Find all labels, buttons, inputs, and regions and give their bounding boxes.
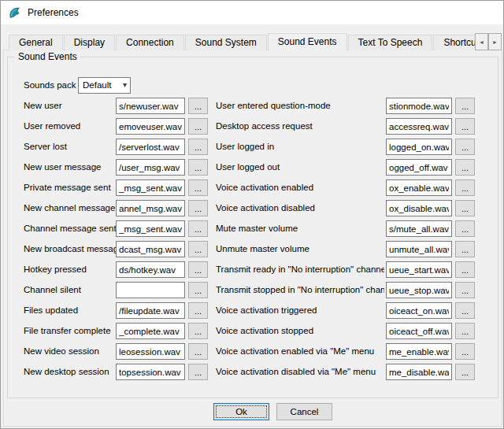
sound-event-label: Hotkey pressed xyxy=(24,261,87,278)
tab-bar: GeneralDisplayConnectionSound SystemSoun… xyxy=(9,33,481,50)
sound-file-input[interactable] xyxy=(116,200,185,216)
browse-button[interactable]: ... xyxy=(188,323,208,339)
browse-button[interactable]: ... xyxy=(455,364,475,380)
tab-text-to-speech[interactable]: Text To Speech xyxy=(348,35,433,50)
sound-event-label: New broadcast message xyxy=(24,241,124,257)
tab-connection[interactable]: Connection xyxy=(116,35,184,50)
tab-scroll-control: ◄ ► xyxy=(475,33,502,50)
sound-file-input[interactable] xyxy=(116,179,185,196)
sound-event-row: Voice activation triggered... xyxy=(8,302,498,319)
sound-file-input[interactable] xyxy=(386,139,452,155)
sound-event-label: Voice activation disabled via "Me" menu xyxy=(216,364,384,380)
sound-events-group: Sound Events Sounds pack Default ▾ New u… xyxy=(7,57,498,398)
sound-event-row: User logged in... xyxy=(8,139,498,155)
sound-file-input[interactable] xyxy=(116,139,185,155)
browse-button[interactable]: ... xyxy=(455,179,475,196)
browse-button[interactable]: ... xyxy=(188,343,208,360)
sound-file-input[interactable] xyxy=(386,179,452,196)
browse-button[interactable]: ... xyxy=(188,159,208,176)
tab-shortcuts[interactable]: Shortcuts xyxy=(433,35,481,50)
sound-file-input[interactable] xyxy=(116,98,185,114)
sound-file-input[interactable] xyxy=(386,200,452,216)
browse-button[interactable]: ... xyxy=(188,220,208,237)
preferences-window: Preferences GeneralDisplayConnectionSoun… xyxy=(0,0,504,429)
sound-event-row: Desktop access request... xyxy=(8,118,498,135)
sound-event-label: Channel message sent xyxy=(24,220,117,237)
sound-file-input[interactable] xyxy=(386,98,452,114)
browse-button[interactable]: ... xyxy=(455,241,475,257)
sound-event-label: File transfer complete xyxy=(24,323,111,339)
browse-button[interactable]: ... xyxy=(188,364,208,380)
sound-event-label: User entered question-mode xyxy=(216,98,384,114)
tab-scroll-right-button[interactable]: ► xyxy=(488,33,502,50)
app-icon xyxy=(8,6,21,20)
sound-event-label: Mute master volume xyxy=(216,220,384,237)
sound-event-label: New user xyxy=(24,98,62,114)
browse-button[interactable]: ... xyxy=(455,200,475,216)
cancel-button[interactable]: Cancel xyxy=(276,403,332,420)
tab-scroll-left-button[interactable]: ◄ xyxy=(475,33,488,50)
tab-general[interactable]: General xyxy=(9,35,63,50)
window-title: Preferences xyxy=(28,7,79,18)
browse-button[interactable]: ... xyxy=(188,179,208,196)
sound-event-label: Server lost xyxy=(24,139,67,155)
browse-button[interactable]: ... xyxy=(455,220,475,237)
browse-button[interactable]: ... xyxy=(188,118,208,135)
sound-file-input[interactable] xyxy=(386,282,452,298)
browse-button[interactable]: ... xyxy=(455,118,475,135)
sound-file-input[interactable] xyxy=(386,364,452,380)
ok-button[interactable]: Ok xyxy=(213,403,269,420)
sound-file-input[interactable] xyxy=(116,261,185,278)
browse-button[interactable]: ... xyxy=(455,98,475,114)
sound-file-input[interactable] xyxy=(386,118,452,135)
sound-file-input[interactable] xyxy=(386,159,452,176)
titlebar: Preferences xyxy=(1,1,503,24)
sound-file-input[interactable] xyxy=(386,323,452,339)
sound-file-input[interactable] xyxy=(116,118,185,135)
tab-sound-system[interactable]: Sound System xyxy=(185,35,267,50)
sound-file-input[interactable] xyxy=(386,220,452,237)
browse-button[interactable]: ... xyxy=(455,139,475,155)
tab-display[interactable]: Display xyxy=(64,35,115,50)
sound-event-label: New user message xyxy=(24,159,101,176)
browse-button[interactable]: ... xyxy=(455,159,475,176)
browse-button[interactable]: ... xyxy=(188,139,208,155)
browse-button[interactable]: ... xyxy=(188,282,208,298)
sound-file-input[interactable] xyxy=(116,241,185,257)
sound-event-label: Channel silent xyxy=(24,282,81,298)
sound-event-label: Voice activation disabled xyxy=(216,200,384,216)
browse-button[interactable]: ... xyxy=(188,302,208,319)
sound-file-input[interactable] xyxy=(386,261,452,278)
sound-file-input[interactable] xyxy=(116,220,185,237)
sound-event-label: New desktop session xyxy=(24,364,109,380)
sound-file-input[interactable] xyxy=(116,302,185,319)
sound-file-input[interactable] xyxy=(116,282,185,298)
browse-button[interactable]: ... xyxy=(455,323,475,339)
browse-button[interactable]: ... xyxy=(188,200,208,216)
browse-button[interactable]: ... xyxy=(455,343,475,360)
sound-event-label: Voice activation triggered xyxy=(216,302,384,319)
browse-button[interactable]: ... xyxy=(455,282,475,298)
sound-event-label: User logged out xyxy=(216,159,384,176)
browse-button[interactable]: ... xyxy=(455,261,475,278)
sound-event-label: Unmute master volume xyxy=(216,241,384,257)
browse-button[interactable]: ... xyxy=(455,302,475,319)
sound-file-input[interactable] xyxy=(116,323,185,339)
sound-event-label: Transmit ready in "No interruption" chan… xyxy=(216,261,384,278)
browse-button[interactable]: ... xyxy=(188,241,208,257)
browse-button[interactable]: ... xyxy=(188,98,208,114)
sound-event-label: Voice activation enabled xyxy=(216,179,384,196)
tab-sound-events[interactable]: Sound Events xyxy=(268,33,347,50)
sound-event-label: Voice activation stopped xyxy=(216,323,384,339)
sound-file-input[interactable] xyxy=(386,241,452,257)
browse-button[interactable]: ... xyxy=(188,261,208,278)
sound-file-input[interactable] xyxy=(116,364,185,380)
sound-event-label: New video session xyxy=(24,343,99,360)
sound-file-input[interactable] xyxy=(386,343,452,360)
sound-event-row: User entered question-mode... xyxy=(8,98,498,114)
sound-file-input[interactable] xyxy=(116,343,185,360)
sound-file-input[interactable] xyxy=(386,302,452,319)
sound-event-label: Desktop access request xyxy=(216,118,384,135)
sound-file-input[interactable] xyxy=(116,159,185,176)
sound-event-label: Private message sent xyxy=(24,179,111,196)
